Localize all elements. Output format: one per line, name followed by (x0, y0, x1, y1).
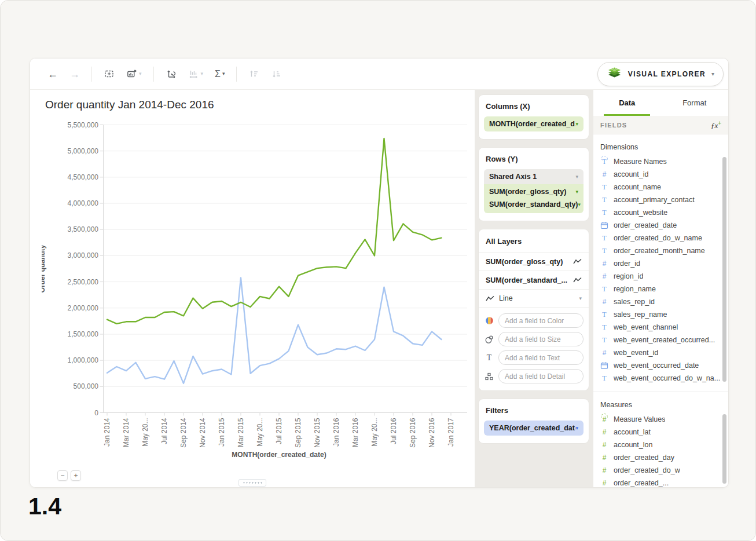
section-divider (593, 392, 728, 392)
shared-axis-header[interactable]: Shared Axis 1 ▾ (484, 169, 583, 184)
svg-text:Mar 2015: Mar 2015 (237, 418, 245, 447)
field-item-region_name[interactable]: Tregion_name (593, 283, 728, 295)
sort-ascending-button[interactable] (245, 66, 262, 82)
chevron-down-icon: ▾ (201, 71, 204, 76)
field-item-web_event_channel[interactable]: Tweb_event_channel (593, 321, 728, 334)
all-layers-shelf: All Layers SUM(order_gloss_qty) SUM(orde… (479, 229, 589, 390)
text-field-icon: T (600, 184, 608, 191)
svg-text:Jan 2015: Jan 2015 (218, 418, 226, 447)
rows-shelf: Rows (Y) Shared Axis 1 ▾ SUM(order_gloss… (479, 148, 589, 221)
tab-format[interactable]: Format (661, 90, 729, 116)
zoom-out-button[interactable]: − (57, 470, 68, 481)
field-item-web_event_id[interactable]: #web_event_id (593, 346, 728, 359)
field-item-account_primary_contact[interactable]: Taccount_primary_contact (593, 193, 728, 206)
field-item-region_id[interactable]: #region_id (593, 270, 728, 283)
back-button[interactable]: ← (45, 67, 61, 82)
svg-text:500,000: 500,000 (74, 382, 99, 390)
text-field-icon: T (600, 235, 608, 242)
field-item-account_name[interactable]: Taccount_name (593, 181, 728, 193)
rows-pill-gloss[interactable]: SUM(order_gloss_qty) ▾ (484, 185, 583, 198)
columns-shelf: Columns (X) MONTH(order_created_d... ▾ (479, 95, 589, 139)
active-tab-underline (604, 114, 650, 116)
duplicate-sheet-button[interactable] (101, 66, 118, 82)
chart-canvas[interactable]: Order quantity Jan 2014-Dec 2016 0500,00… (30, 90, 475, 487)
field-item-account_website[interactable]: Taccount_website (593, 206, 728, 219)
visual-explorer-label: VISUAL EXPLORER (628, 70, 706, 78)
field-item-web_event_occurred_date[interactable]: web_event_occurred_date (593, 359, 728, 372)
field-item-sales_rep_id[interactable]: #sales_rep_id (593, 295, 728, 308)
svg-text:4,500,000: 4,500,000 (68, 173, 99, 181)
number-field-icon: # (600, 260, 608, 267)
aggregate-button[interactable]: Σ ▾ (212, 67, 227, 81)
line-chart[interactable]: 0500,0001,000,0001,500,0002,000,0002,500… (42, 119, 476, 474)
chevron-down-icon: ▾ (575, 174, 578, 180)
size-shelf[interactable]: Add a field to Size (484, 332, 583, 346)
field-item-Measure Names[interactable]: TMeasure Names (593, 155, 728, 168)
rows-pill-standard[interactable]: SUM(order_standard_qty) ▾ (484, 198, 583, 211)
text-icon: T (484, 353, 494, 363)
workbook-card: ← → ▾ (30, 58, 729, 488)
svg-text:0: 0 (94, 409, 98, 417)
line-mark-icon (573, 258, 582, 265)
field-item-order_created_date[interactable]: order_created_date (593, 219, 728, 232)
svg-text:May 20...: May 20... (370, 418, 379, 447)
field-item-order_created_month_name[interactable]: Torder_created_month_name (593, 244, 728, 257)
inspector-panel: Data Format FIELDS ƒx+ Dimensions TMeasu… (593, 90, 728, 487)
chevron-down-icon: ▾ (579, 296, 582, 301)
field-item-account_id[interactable]: #account_id (593, 168, 728, 181)
svg-text:MONTH(order_created_date): MONTH(order_created_date) (232, 451, 326, 459)
number-field-icon: # (600, 273, 608, 280)
filter-pill[interactable]: YEAR(order_created_date) ▾ (484, 421, 583, 436)
text-field-icon: T (600, 209, 608, 216)
text-field-icon: T (600, 324, 608, 331)
columns-pill[interactable]: MONTH(order_created_d... ▾ (484, 116, 583, 131)
layer-item-standard[interactable]: SUM(order_standard_... (479, 271, 589, 290)
zoom-in-button[interactable]: + (71, 470, 81, 481)
field-item-order_id[interactable]: #order_id (593, 257, 728, 270)
field-item-web_event_occurred_do_w_na...[interactable]: Tweb_event_occurred_do_w_na... (593, 372, 728, 385)
color-shelf[interactable]: Add a field to Color (484, 313, 583, 328)
measures-scrollbar-thumb[interactable] (722, 414, 726, 484)
dimensions-scrollbar-thumb[interactable] (722, 157, 726, 382)
measures-list: #Measure Values#account_lat#account_lon#… (593, 413, 728, 487)
fit-width-button[interactable]: ▾ (185, 66, 207, 82)
text-shelf[interactable]: T Add a field to Text (484, 350, 583, 365)
field-item-order_created_...[interactable]: #order_created_... (593, 477, 728, 487)
bottom-drag-handle[interactable] (238, 479, 266, 487)
visual-explorer-menu-button[interactable]: VISUAL EXPLORER ▾ (597, 62, 724, 86)
field-item-web_event_created_occurred...[interactable]: Tweb_event_created_occurred... (593, 334, 728, 346)
field-item-account_lon[interactable]: #account_lon (593, 438, 728, 451)
toolbar: ← → ▾ (30, 59, 728, 90)
field-item-Measure Values[interactable]: #Measure Values (593, 413, 728, 426)
forward-button[interactable]: → (67, 67, 83, 82)
field-item-order_created_do_w[interactable]: #order_created_do_w (593, 464, 728, 477)
tab-data[interactable]: Data (593, 90, 661, 116)
svg-text:Jul 2016: Jul 2016 (390, 418, 398, 444)
add-calculated-field-icon[interactable]: ƒx+ (711, 120, 721, 129)
text-field-icon: T (600, 247, 608, 254)
svg-text:Nov 2015: Nov 2015 (313, 418, 321, 448)
field-item-account_lat[interactable]: #account_lat (593, 426, 728, 438)
columns-shelf-title: Columns (X) (486, 102, 582, 111)
zoom-controls: − + (57, 470, 81, 481)
detail-shelf[interactable]: Add a field to Detail (484, 369, 583, 383)
duplicate-sheet-icon (104, 68, 115, 79)
field-item-order_created_do_w_name[interactable]: Torder_created_do_w_name (593, 232, 728, 244)
number-field-icon: # (600, 298, 608, 305)
sort-descending-button[interactable] (268, 66, 285, 82)
svg-text:Jul 2015: Jul 2015 (275, 418, 283, 444)
chevron-down-icon: ▾ (222, 71, 225, 76)
svg-text:Jan 2017: Jan 2017 (447, 418, 455, 447)
swap-axes-button[interactable] (163, 66, 179, 82)
layer-item-gloss[interactable]: SUM(order_gloss_qty) (479, 253, 589, 271)
field-item-sales_rep_name[interactable]: Tsales_rep_name (593, 308, 728, 321)
clear-sheet-button[interactable]: ▾ (123, 66, 145, 82)
dimensions-title: Dimensions (600, 143, 721, 151)
svg-text:4,000,000: 4,000,000 (68, 199, 99, 207)
mark-type-select[interactable]: Line ▾ (479, 290, 589, 308)
chevron-down-icon: ▾ (575, 122, 578, 127)
svg-text:Nov 2016: Nov 2016 (428, 418, 436, 448)
field-item-order_created_day[interactable]: #order_created_day (593, 451, 728, 464)
number-field-icon: # (600, 349, 608, 356)
number-field-icon: # (600, 171, 608, 178)
